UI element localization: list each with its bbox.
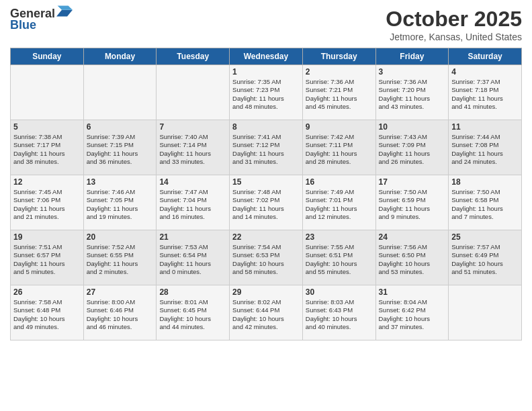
calendar-cell: 12Sunrise: 7:45 AM Sunset: 7:06 PM Dayli… — [11, 175, 84, 230]
day-info: Sunrise: 7:48 AM Sunset: 7:02 PM Dayligh… — [232, 188, 300, 221]
calendar-cell: 17Sunrise: 7:50 AM Sunset: 6:59 PM Dayli… — [375, 175, 449, 230]
day-number: 30 — [306, 287, 373, 297]
day-number: 14 — [159, 177, 226, 187]
day-info: Sunrise: 7:49 AM Sunset: 7:01 PM Dayligh… — [306, 188, 373, 221]
calendar-week-2: 12Sunrise: 7:45 AM Sunset: 7:06 PM Dayli… — [11, 175, 522, 230]
calendar-cell: 7Sunrise: 7:40 AM Sunset: 7:14 PM Daylig… — [157, 120, 230, 175]
location: Jetmore, Kansas, United States — [386, 32, 522, 42]
day-number: 1 — [232, 67, 300, 77]
day-info: Sunrise: 7:36 AM Sunset: 7:20 PM Dayligh… — [379, 78, 446, 111]
calendar-cell — [449, 285, 522, 340]
calendar-cell: 26Sunrise: 7:58 AM Sunset: 6:48 PM Dayli… — [11, 285, 84, 340]
calendar-cell: 28Sunrise: 8:01 AM Sunset: 6:45 PM Dayli… — [157, 285, 230, 340]
calendar-cell: 20Sunrise: 7:52 AM Sunset: 6:55 PM Dayli… — [83, 230, 157, 285]
day-number: 23 — [306, 232, 373, 242]
calendar-week-3: 19Sunrise: 7:51 AM Sunset: 6:57 PM Dayli… — [11, 230, 522, 285]
day-info: Sunrise: 7:50 AM Sunset: 6:58 PM Dayligh… — [451, 188, 519, 221]
calendar-week-1: 5Sunrise: 7:38 AM Sunset: 7:17 PM Daylig… — [11, 120, 522, 175]
calendar-cell: 23Sunrise: 7:55 AM Sunset: 6:51 PM Dayli… — [302, 230, 375, 285]
calendar-cell: 6Sunrise: 7:39 AM Sunset: 7:15 PM Daylig… — [83, 120, 157, 175]
day-info: Sunrise: 7:47 AM Sunset: 7:04 PM Dayligh… — [159, 188, 226, 221]
day-number: 11 — [451, 122, 519, 132]
day-info: Sunrise: 7:36 AM Sunset: 7:21 PM Dayligh… — [306, 78, 373, 111]
month-title: October 2025 — [386, 7, 522, 32]
day-info: Sunrise: 8:03 AM Sunset: 6:43 PM Dayligh… — [306, 298, 373, 331]
day-info: Sunrise: 8:00 AM Sunset: 6:46 PM Dayligh… — [87, 298, 154, 331]
calendar-header-row: Sunday Monday Tuesday Wednesday Thursday… — [11, 48, 522, 65]
day-number: 4 — [451, 67, 519, 77]
header-thursday: Thursday — [302, 48, 375, 65]
day-info: Sunrise: 7:57 AM Sunset: 6:49 PM Dayligh… — [451, 243, 519, 276]
day-number: 8 — [232, 122, 300, 132]
calendar-cell: 24Sunrise: 7:56 AM Sunset: 6:50 PM Dayli… — [375, 230, 449, 285]
calendar-cell: 5Sunrise: 7:38 AM Sunset: 7:17 PM Daylig… — [11, 120, 84, 175]
day-number: 24 — [379, 232, 446, 242]
day-info: Sunrise: 7:40 AM Sunset: 7:14 PM Dayligh… — [159, 133, 226, 166]
calendar-cell: 8Sunrise: 7:41 AM Sunset: 7:12 PM Daylig… — [230, 120, 303, 175]
header-saturday: Saturday — [449, 48, 522, 65]
header-wednesday: Wednesday — [230, 48, 303, 65]
day-number: 15 — [232, 177, 300, 187]
calendar-cell: 3Sunrise: 7:36 AM Sunset: 7:20 PM Daylig… — [375, 65, 449, 120]
calendar-cell: 21Sunrise: 7:53 AM Sunset: 6:54 PM Dayli… — [157, 230, 230, 285]
day-info: Sunrise: 7:41 AM Sunset: 7:12 PM Dayligh… — [232, 133, 300, 166]
calendar-cell: 16Sunrise: 7:49 AM Sunset: 7:01 PM Dayli… — [302, 175, 375, 230]
day-info: Sunrise: 7:56 AM Sunset: 6:50 PM Dayligh… — [379, 243, 446, 276]
calendar-cell: 19Sunrise: 7:51 AM Sunset: 6:57 PM Dayli… — [11, 230, 84, 285]
day-info: Sunrise: 7:55 AM Sunset: 6:51 PM Dayligh… — [306, 243, 373, 276]
day-number: 13 — [87, 177, 154, 187]
day-info: Sunrise: 7:50 AM Sunset: 6:59 PM Dayligh… — [379, 188, 446, 221]
header: General Blue October 2025 Jetmore, Kansa… — [10, 7, 522, 42]
day-number: 19 — [13, 232, 81, 242]
day-info: Sunrise: 7:45 AM Sunset: 7:06 PM Dayligh… — [13, 188, 81, 221]
day-number: 20 — [87, 232, 154, 242]
calendar-cell: 27Sunrise: 8:00 AM Sunset: 6:46 PM Dayli… — [83, 285, 157, 340]
day-info: Sunrise: 8:02 AM Sunset: 6:44 PM Dayligh… — [232, 298, 300, 331]
day-number: 18 — [451, 177, 519, 187]
calendar-cell: 11Sunrise: 7:44 AM Sunset: 7:08 PM Dayli… — [449, 120, 522, 175]
day-info: Sunrise: 7:58 AM Sunset: 6:48 PM Dayligh… — [13, 298, 81, 331]
title-section: October 2025 Jetmore, Kansas, United Sta… — [386, 7, 522, 42]
page: General Blue October 2025 Jetmore, Kansa… — [0, 0, 532, 411]
day-number: 17 — [379, 177, 446, 187]
day-info: Sunrise: 7:44 AM Sunset: 7:08 PM Dayligh… — [451, 133, 519, 166]
day-number: 28 — [159, 287, 226, 297]
day-info: Sunrise: 7:46 AM Sunset: 7:05 PM Dayligh… — [87, 188, 154, 221]
svg-marker-0 — [56, 9, 73, 16]
calendar-cell: 10Sunrise: 7:43 AM Sunset: 7:09 PM Dayli… — [375, 120, 449, 175]
svg-marker-1 — [58, 5, 73, 9]
calendar-cell: 4Sunrise: 7:37 AM Sunset: 7:18 PM Daylig… — [449, 65, 522, 120]
calendar-cell: 15Sunrise: 7:48 AM Sunset: 7:02 PM Dayli… — [230, 175, 303, 230]
day-number: 29 — [232, 287, 300, 297]
day-info: Sunrise: 7:51 AM Sunset: 6:57 PM Dayligh… — [13, 243, 81, 276]
day-number: 26 — [13, 287, 81, 297]
day-number: 7 — [159, 122, 226, 132]
header-sunday: Sunday — [11, 48, 84, 65]
day-number: 27 — [87, 287, 154, 297]
day-number: 9 — [306, 122, 373, 132]
day-number: 12 — [13, 177, 81, 187]
day-info: Sunrise: 7:43 AM Sunset: 7:09 PM Dayligh… — [379, 133, 446, 166]
calendar-cell: 30Sunrise: 8:03 AM Sunset: 6:43 PM Dayli… — [302, 285, 375, 340]
calendar-cell — [11, 65, 84, 120]
calendar-cell: 13Sunrise: 7:46 AM Sunset: 7:05 PM Dayli… — [83, 175, 157, 230]
header-friday: Friday — [375, 48, 449, 65]
day-number: 2 — [306, 67, 373, 77]
calendar-cell — [83, 65, 157, 120]
day-number: 25 — [451, 232, 519, 242]
day-number: 31 — [379, 287, 446, 297]
calendar-cell: 9Sunrise: 7:42 AM Sunset: 7:11 PM Daylig… — [302, 120, 375, 175]
day-info: Sunrise: 7:37 AM Sunset: 7:18 PM Dayligh… — [451, 78, 519, 111]
calendar-cell: 2Sunrise: 7:36 AM Sunset: 7:21 PM Daylig… — [302, 65, 375, 120]
day-info: Sunrise: 7:42 AM Sunset: 7:11 PM Dayligh… — [306, 133, 373, 166]
header-monday: Monday — [83, 48, 157, 65]
day-info: Sunrise: 7:39 AM Sunset: 7:15 PM Dayligh… — [87, 133, 154, 166]
calendar-cell: 29Sunrise: 8:02 AM Sunset: 6:44 PM Dayli… — [230, 285, 303, 340]
calendar-week-0: 1Sunrise: 7:35 AM Sunset: 7:23 PM Daylig… — [11, 65, 522, 120]
header-tuesday: Tuesday — [157, 48, 230, 65]
day-info: Sunrise: 8:01 AM Sunset: 6:45 PM Dayligh… — [159, 298, 226, 331]
logo: General Blue — [10, 7, 73, 32]
day-number: 3 — [379, 67, 446, 77]
day-info: Sunrise: 7:54 AM Sunset: 6:53 PM Dayligh… — [232, 243, 300, 276]
calendar-cell: 31Sunrise: 8:04 AM Sunset: 6:42 PM Dayli… — [375, 285, 449, 340]
